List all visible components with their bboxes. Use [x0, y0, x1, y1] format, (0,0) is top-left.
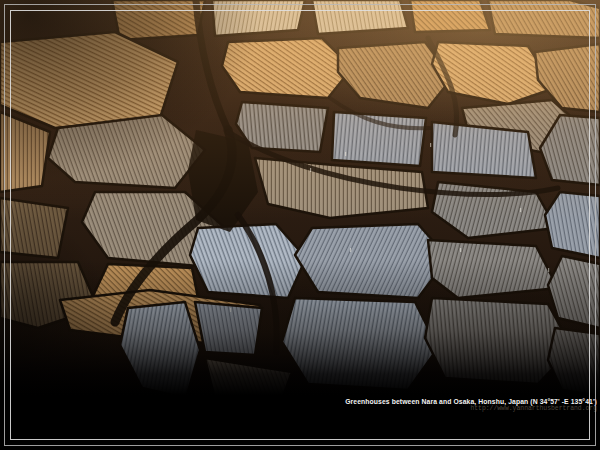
aerial-photo	[0, 0, 600, 450]
caption-url: http://www.yannarthusbertrand.org	[345, 405, 597, 412]
caption-title: Greenhouses between Nara and Osaka, Hons…	[345, 398, 597, 405]
caption: Greenhouses between Nara and Osaka, Hons…	[345, 398, 597, 412]
lighting-overlays	[0, 0, 600, 450]
wallpaper: Greenhouses between Nara and Osaka, Hons…	[0, 0, 600, 450]
